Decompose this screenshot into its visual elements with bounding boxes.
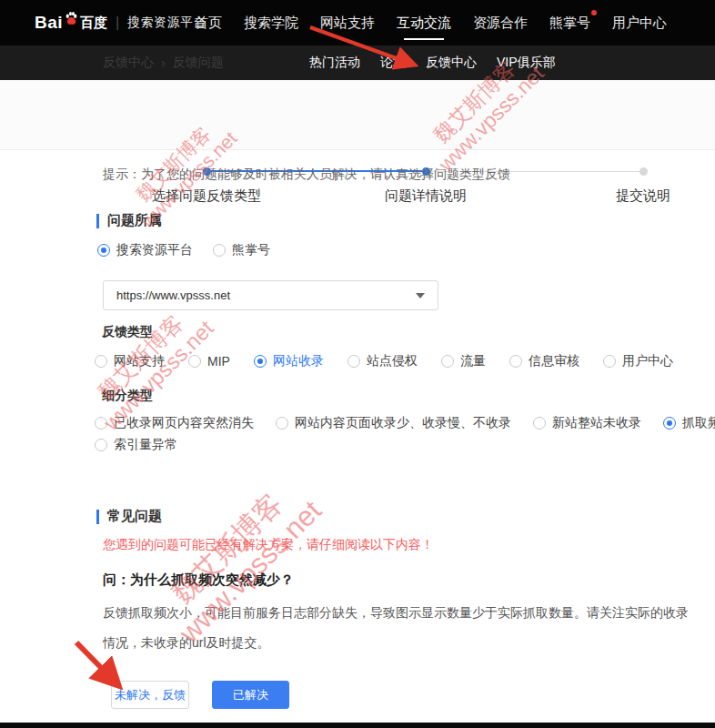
radio-index-volume-abnormal[interactable]: 索引量异常 [95,437,177,453]
radio-new-site-not-indexed[interactable]: 新站整站未收录 [533,415,641,431]
radio-icon [213,244,226,257]
title-accent-bar [96,214,99,228]
footer-top-edge [0,723,715,728]
breadcrumb-separator: › [161,56,166,70]
radio-info-review[interactable]: 信息审核 [509,353,579,369]
radio-icon [603,355,616,368]
radio-label: 网站收录 [273,353,324,369]
radio-user-center[interactable]: 用户中心 [603,353,673,369]
radio-label: 网站支持 [114,353,165,369]
radio-label: 抓取频次突然减少 [682,415,715,431]
radio-xiongzhang[interactable]: 熊掌号 [213,242,270,258]
radio-label: 信息审核 [529,353,579,369]
radio-site-support[interactable]: 网站支持 [95,353,165,369]
feedback-type-options: 网站支持 MIP 网站收录 站点侵权 流量 信息审核 用户中心 [95,353,673,369]
nav-item-interaction[interactable]: 互动交流 [397,1,451,46]
section-title-faq: 常见问题 [96,508,162,525]
radio-icon [533,417,546,430]
breadcrumb: 反馈中心 › 反馈问题 [103,46,224,80]
radio-label: 新站整站未收录 [552,415,641,431]
site-select-value: https://www.vpsss.net [116,288,416,302]
radio-label: MIP [207,354,230,369]
section-title-owner: 问题所属 [96,212,162,229]
radio-xiongzhang-label: 熊掌号 [232,242,270,258]
radio-icon [188,355,201,368]
nav-item-home[interactable]: 首页 [195,1,222,46]
radio-label: 站点侵权 [367,353,418,369]
radio-icon-checked [663,417,676,430]
nav-item-cooperation[interactable]: 资源合作 [473,1,528,46]
radio-indexed-content-disappeared[interactable]: 已收录网页内容突然消失 [95,415,254,431]
form-hint: 提示：为了您的问题能够及时被相关人员解决，请认真选择问题类型反馈 [103,167,510,183]
feedback-type-label: 反馈类型 [102,324,153,340]
radio-label: 网站内容页面收录少、收录慢、不收录 [295,415,511,431]
radio-crawl-frequency-drop[interactable]: 抓取频次突然减少 [663,415,715,431]
breadcrumb-current: 反馈问题 [173,55,224,71]
subnav-item-feedback-center[interactable]: 反馈中心 [426,55,477,71]
nav-item-site-support[interactable]: 网站支持 [320,1,375,46]
step-dot-3 [639,167,648,176]
radio-platform-label: 搜索资源平台 [116,242,193,258]
baidu-paw-icon [64,11,79,30]
radio-icon-checked [254,355,267,368]
faq-answer: 反馈抓取频次小，可能目前服务日志部分缺失，导致图示显示数量少于实际抓取数量。请关… [103,598,696,658]
site-select-dropdown[interactable]: https://www.vpsss.net [103,280,438,310]
nav-item-xiongzhang[interactable]: 熊掌号 [549,1,590,46]
nav-item-xiongzhang-label: 熊掌号 [549,15,590,30]
radio-infringement[interactable]: 站点侵权 [347,353,418,369]
radio-platform[interactable]: 搜索资源平台 [97,242,193,258]
sub-type-options-row2: 索引量异常 [95,437,177,453]
subnav-item-forum[interactable]: 论坛 [380,55,406,71]
subnav-item-vip-club[interactable]: VIP俱乐部 [497,55,556,71]
radio-traffic[interactable]: 流量 [441,353,486,369]
resolved-button[interactable]: 已解决 [212,681,289,709]
radio-icon [95,355,107,368]
radio-label: 流量 [460,353,486,369]
step-label-1: 选择问题反馈类型 [152,187,261,205]
section-title-faq-text: 常见问题 [107,508,162,525]
notification-dot [591,10,597,15]
radio-icon [276,417,288,430]
faq-question: 问：为什么抓取频次突然减少？ [103,571,294,589]
step-label-3: 提交说明 [616,187,670,205]
step-label-2: 问题详情说明 [385,187,467,205]
radio-label: 已收录网页内容突然消失 [114,415,254,431]
breadcrumb-root[interactable]: 反馈中心 [103,55,154,71]
radio-icon [347,355,360,368]
nav-item-academy[interactable]: 搜索学院 [244,1,298,46]
logo-divider: | [116,15,119,31]
radio-icon [95,417,107,430]
faq-notice: 您遇到的问题可能已经有解决方案，请仔细阅读以下内容！ [103,537,434,553]
top-navbar: Bai 百度 | 搜索资源平台 首页 搜索学院 网站支持 互动交流 资源合作 熊 [0,0,715,46]
radio-icon [95,439,107,451]
radio-icon [509,355,522,368]
sub-type-label: 细分类型 [102,388,153,404]
section-title-owner-text: 问题所属 [107,212,162,229]
radio-mip[interactable]: MIP [188,354,230,369]
logo-suffix: 百度 [80,15,107,32]
sub-navbar: 反馈中心 › 反馈问题 热门活动 论坛 反馈中心 VIP俱乐部 [0,46,715,80]
owner-options: 搜索资源平台 熊掌号 [97,242,270,258]
logo-text: Bai [35,13,63,33]
title-accent-bar [96,510,99,524]
top-menu: 首页 搜索学院 网站支持 互动交流 资源合作 熊掌号 用户中心 [195,0,667,46]
subnav-item-hot-activities[interactable]: 热门活动 [309,55,360,71]
radio-site-index[interactable]: 网站收录 [254,353,324,369]
radio-icon-checked [97,244,110,257]
radio-icon [441,355,454,368]
feedback-page: Bai 百度 | 搜索资源平台 首页 搜索学院 网站支持 互动交流 资源合作 熊 [0,0,715,728]
sub-type-options-row1: 已收录网页内容突然消失 网站内容页面收录少、收录慢、不收录 新站整站未收录 抓取… [95,415,715,431]
sub-menu: 热门活动 论坛 反馈中心 VIP俱乐部 [309,46,556,80]
radio-slow-indexing[interactable]: 网站内容页面收录少、收录慢、不收录 [276,415,511,431]
chevron-down-icon [416,293,425,298]
radio-label: 索引量异常 [114,437,177,453]
baidu-logo[interactable]: Bai 百度 | 搜索资源平台 [35,0,206,46]
radio-label: 用户中心 [622,353,673,369]
unresolved-feedback-button[interactable]: 未解决，反馈 [111,681,189,709]
nav-item-user-center[interactable]: 用户中心 [612,1,667,46]
progress-stepper: 选择问题反馈类型 问题详情说明 提交说明 [0,80,715,150]
